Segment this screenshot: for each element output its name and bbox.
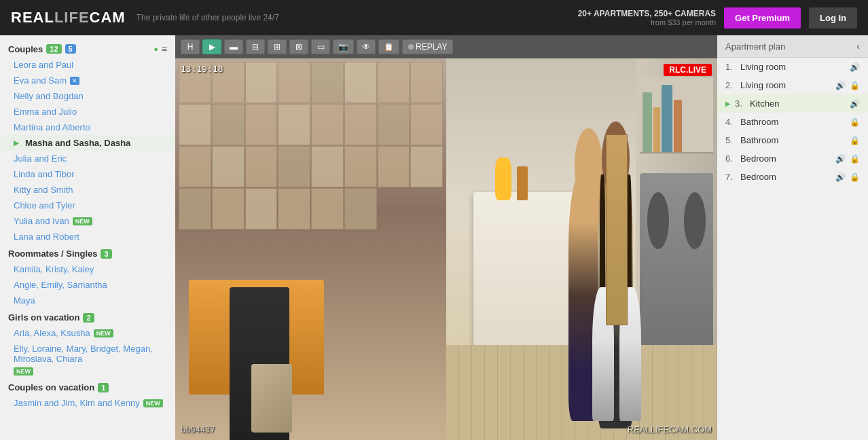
- room-6-sound-icon: 🔊: [835, 154, 846, 164]
- room-7-sound-icon: 🔊: [835, 172, 846, 182]
- toolbar-view2-button[interactable]: ⊟: [246, 39, 265, 54]
- main-layout: Couples 12 5 ● ≡ Leora and Paul Eva and …: [0, 35, 868, 440]
- login-button[interactable]: Log In: [809, 7, 857, 29]
- toolbar-replay-button[interactable]: REPLAY: [402, 39, 453, 54]
- door: [606, 134, 628, 325]
- apartments-main-text: 20+ APARTMENTS, 250+ CAMERAS: [578, 9, 716, 18]
- couples-section-header: Couples 12 5 ● ≡: [0, 39, 175, 57]
- tagline: The private life of other people live 24…: [137, 13, 279, 22]
- room-5-lock-icon: 🔒: [850, 136, 860, 145]
- room-7-lock-icon: 🔒: [850, 172, 860, 182]
- menu-icon[interactable]: ≡: [162, 43, 167, 54]
- room-3-sound-icon: 🔊: [850, 99, 860, 109]
- sidebar-item-nelly-bogdan[interactable]: Nelly and Bogdan: [0, 88, 175, 104]
- sidebar-item-masha-sasha[interactable]: Masha and Sasha, Dasha: [0, 135, 175, 151]
- stove: [640, 173, 713, 364]
- girls-vacation-label: Girls on vacation: [8, 312, 79, 323]
- live-badge: RLC.LIVE: [664, 64, 712, 76]
- sidebar-item-kitty-smith[interactable]: Kitty and Smith: [0, 182, 175, 198]
- sidebar-item-yulia-ivan[interactable]: Yulia and IvanNEW: [0, 213, 175, 229]
- room-1-num: 1.: [725, 62, 736, 72]
- apt-room-5[interactable]: 5. Bathroom 🔒: [717, 131, 868, 149]
- sidebar-item-angie[interactable]: Angie, Emily, Samantha: [0, 277, 175, 293]
- room-6-num: 6.: [725, 153, 736, 164]
- room-2-sound-icon: 🔊: [835, 81, 846, 90]
- sidebar-item-chloe-tyler[interactable]: Chloe and Tyler: [0, 198, 175, 213]
- shelf: [640, 77, 713, 153]
- couples-label: Couples: [8, 44, 43, 54]
- cam-id: bb94437: [181, 425, 215, 435]
- header-right: 20+ APARTMENTS, 250+ CAMERAS from $33 pe…: [578, 7, 857, 29]
- toolbar-play-button[interactable]: ▶: [202, 39, 221, 54]
- sidebar-item-jasmin[interactable]: Jasmin and Jim, Kim and KennyNEW: [0, 395, 175, 411]
- couples-badge-blue: 5: [65, 44, 76, 54]
- sidebar-item-aria[interactable]: Aria, Alexa, KsushaNEW: [0, 325, 175, 341]
- room-3-arrow: ▶: [725, 100, 731, 107]
- sidebar-item-maya[interactable]: Maya: [0, 293, 175, 308]
- room-4-lock-icon: 🔒: [850, 117, 860, 127]
- replay-dot: [408, 44, 414, 50]
- apartment-plan-header: Apartment plan ‹: [717, 35, 868, 58]
- room-6-name: Bedroom: [740, 153, 831, 164]
- couples-vacation-header: Couples on vacation 1: [0, 378, 175, 395]
- toolbar-view4-button[interactable]: ⊠: [289, 39, 308, 54]
- sidebar-item-martina-alberto[interactable]: Martina and Alberto: [0, 120, 175, 135]
- room-2-lock-icon: 🔒: [850, 81, 860, 90]
- sidebar-item-julia-eric[interactable]: Julia and Eric: [0, 151, 175, 166]
- toolbar-list-button[interactable]: 📋: [378, 39, 399, 54]
- girls-vacation-header: Girls on vacation 2: [0, 308, 175, 325]
- toolbar-h-button[interactable]: H: [181, 39, 200, 54]
- apt-room-2[interactable]: 2. Living room 🔊 🔒: [717, 76, 868, 94]
- apt-room-6[interactable]: 6. Bedroom 🔊 🔒: [717, 149, 868, 168]
- toolbar-view3-button[interactable]: ⊞: [268, 39, 287, 54]
- sidebar-item-emma-julio[interactable]: Emma and Julio: [0, 104, 175, 120]
- sidebar-item-linda-tibor[interactable]: Linda and Tibor: [0, 166, 175, 182]
- collapse-panel-button[interactable]: ‹: [856, 41, 860, 52]
- apt-room-3[interactable]: ▶ 3. Kitchen 🔊: [717, 94, 868, 113]
- sidebar-item-lana-robert[interactable]: Lana and Robert: [0, 229, 175, 244]
- room-2-num: 2.: [725, 80, 736, 90]
- toolbar-eye-button[interactable]: 👁: [357, 39, 376, 54]
- sidebar: Couples 12 5 ● ≡ Leora and Paul Eva and …: [0, 35, 175, 440]
- scene-left: [175, 58, 446, 440]
- room-3-name: Kitchen: [750, 98, 846, 109]
- logo-life: LIFE: [54, 9, 90, 26]
- roommates-badge: 3: [101, 249, 111, 259]
- content-area: H ▶ ▬ ⊟ ⊞ ⊠ ▭ 📷 👁 📋 REPLAY 13:19:18 RLC.…: [175, 35, 717, 440]
- room-4-num: 4.: [725, 117, 736, 127]
- logo-real: REAL: [11, 9, 54, 26]
- apt-room-1[interactable]: 1. Living room 🔊: [717, 58, 868, 76]
- toolbar-view1-button[interactable]: ▬: [224, 39, 243, 54]
- apartments-info: 20+ APARTMENTS, 250+ CAMERAS from $33 pe…: [578, 9, 716, 26]
- right-panel: Apartment plan ‹ 1. Living room 🔊 2. Liv…: [717, 35, 868, 440]
- room-6-lock-icon: 🔒: [850, 154, 860, 164]
- apt-room-4[interactable]: 4. Bathroom 🔒: [717, 113, 868, 131]
- scene-right: [446, 58, 717, 440]
- sidebar-item-eva-sam[interactable]: Eva and Sam✕: [0, 73, 175, 88]
- apt-room-7[interactable]: 7. Bedroom 🔊 🔒: [717, 168, 868, 186]
- couples-badge-green: 12: [46, 44, 61, 54]
- room-5-name: Bathroom: [740, 135, 846, 145]
- roommates-section-header: Roommates / Singles 3: [0, 244, 175, 261]
- toolbar-view5-button[interactable]: ▭: [311, 39, 330, 54]
- sidebar-item-leora-paul[interactable]: Leora and Paul: [0, 57, 175, 73]
- couples-vacation-label: Couples on vacation: [8, 382, 94, 392]
- video-toolbar: H ▶ ▬ ⊟ ⊞ ⊠ ▭ 📷 👁 📋 REPLAY: [175, 35, 717, 58]
- room-2-name: Living room: [740, 80, 831, 90]
- room-4-name: Bathroom: [740, 117, 846, 127]
- video-placeholder: [175, 58, 717, 440]
- wall-photos: [179, 62, 443, 272]
- kitchen-island: [473, 192, 582, 364]
- sidebar-item-kamila[interactable]: Kamila, Kristy, Kaley: [0, 261, 175, 277]
- logo: REALLIFECAM: [11, 9, 126, 26]
- get-premium-button[interactable]: Get Premium: [724, 7, 801, 29]
- apartment-plan-title: Apartment plan: [725, 41, 785, 52]
- sidebar-item-elly[interactable]: Elly, Loraine, Mary, Bridget, Megan, Mir…: [0, 341, 175, 378]
- toolbar-cam-button[interactable]: 📷: [333, 39, 354, 54]
- couples-vacation-badge: 1: [98, 383, 109, 392]
- roommates-label: Roommates / Singles: [8, 249, 97, 259]
- room-7-num: 7.: [725, 172, 736, 182]
- room-7-name: Bedroom: [740, 172, 831, 182]
- room-1-name: Living room: [740, 62, 846, 72]
- watermark: REALLIFECAM.COM: [628, 424, 712, 435]
